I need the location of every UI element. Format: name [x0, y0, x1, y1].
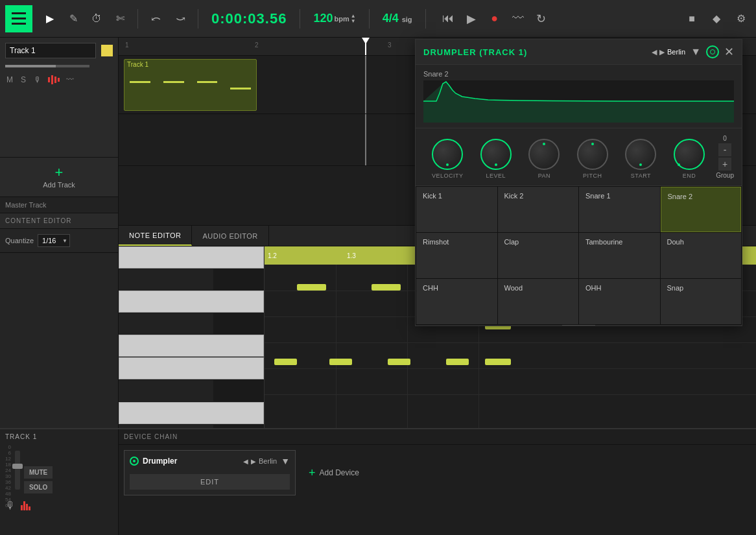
device-edit-button[interactable]: EDIT — [130, 474, 290, 490]
device-preset: ◀ ▶ Berlin — [243, 457, 277, 465]
plugin-button[interactable]: ◆ — [707, 9, 726, 29]
track-mute-button[interactable]: M — [5, 74, 14, 86]
track-volume-slider[interactable] — [5, 65, 89, 67]
record-button[interactable]: ● — [486, 10, 504, 28]
bpm-down-arrow[interactable]: ▼ — [351, 19, 356, 24]
pad-wood[interactable]: Wood — [498, 279, 579, 324]
track-solo-button[interactable]: S — [19, 74, 27, 86]
tab-note-editor[interactable]: NOTE EDITOR — [119, 226, 192, 246]
grid-note-9[interactable] — [485, 359, 511, 365]
ruler-mark-3: 3 — [388, 42, 392, 49]
content-editor-section-label: CONTENT EDITOR — [0, 213, 118, 229]
fader-label-48: 48 — [5, 491, 11, 497]
end-knob[interactable] — [674, 139, 705, 170]
select-tool-button[interactable]: ▶ — [40, 9, 60, 29]
bottom-section: TRACK 1 0 6 12 18 24 30 36 42 48 54 — [0, 428, 756, 535]
drumpler-dropdown-button[interactable]: ▼ — [691, 46, 701, 58]
pan-knob[interactable] — [528, 139, 560, 170]
pad-clap[interactable]: Clap — [498, 233, 579, 278]
grid-note-2[interactable] — [372, 284, 401, 291]
piano-key-white-4[interactable] — [119, 357, 264, 379]
track-mic-button[interactable]: 🎙 — [32, 74, 43, 86]
mute-button[interactable]: MUTE — [24, 466, 53, 479]
tool-group: ▶ ✎ ⏱ ✄ — [40, 9, 130, 29]
grid-bar-label-1-3: 1.3 — [347, 252, 356, 259]
redo-button[interactable]: ⤻ — [171, 9, 190, 29]
toolbar-divider-3 — [300, 9, 300, 29]
add-device-button[interactable]: + Add Device — [303, 461, 364, 485]
pad-snap[interactable]: Snap — [661, 279, 742, 324]
drumpler-panel: DRUMPLER (TRACK 1) ◀ ▶ Berlin ▼ ✕ Snare … — [415, 39, 742, 326]
pad-tambourine[interactable]: Tambourine — [579, 233, 660, 278]
rewind-button[interactable]: ⏮ — [439, 10, 457, 28]
undo-button[interactable]: ⤺ — [146, 9, 165, 29]
pad-tambourine-name: Tambourine — [585, 238, 654, 246]
knob-start: START — [617, 139, 665, 179]
grid-note-5[interactable] — [329, 359, 352, 365]
track-color-bar — [101, 45, 113, 56]
grid-note-1[interactable] — [297, 284, 326, 291]
pad-snare2[interactable]: Snare 2 — [661, 187, 742, 232]
device-power-button[interactable] — [130, 457, 139, 466]
pad-ohh[interactable]: OHH — [579, 279, 660, 324]
clock-tool-button[interactable]: ⏱ — [87, 9, 106, 29]
piano-key-black-1[interactable] — [119, 269, 213, 290]
pencil-tool-button[interactable]: ✎ — [64, 9, 83, 29]
mixer-button[interactable]: ■ — [682, 9, 702, 29]
drumpler-power-button[interactable] — [706, 45, 719, 58]
track-clip-label: Track 1 — [124, 60, 256, 69]
device-dropdown-button[interactable]: ▼ — [281, 456, 290, 466]
drumpler-sample-name: Snare 2 — [423, 70, 734, 78]
velocity-knob[interactable] — [432, 139, 463, 170]
pad-kick1[interactable]: Kick 1 — [416, 187, 497, 232]
track-mic-bottom-button[interactable]: 🎙 — [5, 500, 16, 512]
twb-1 — [21, 505, 23, 510]
automation-button[interactable]: 〰 — [509, 10, 527, 28]
fader-label-6: 6 — [5, 450, 11, 456]
toolbar-divider-4 — [369, 9, 370, 29]
drumpler-close-button[interactable]: ✕ — [724, 45, 734, 59]
grid-note-6[interactable] — [388, 359, 410, 365]
piano-key-white-1[interactable] — [119, 246, 264, 268]
add-track-plus-button[interactable]: + — [55, 165, 64, 180]
piano-key-black-2[interactable] — [119, 313, 213, 334]
grid-note-7[interactable] — [446, 359, 469, 365]
scissor-tool-button[interactable]: ✄ — [110, 9, 130, 29]
start-knob[interactable] — [625, 139, 656, 170]
pad-chh[interactable]: CHH — [416, 279, 497, 324]
fader-labels: 0 6 12 18 24 30 36 42 48 54 60 — [5, 444, 11, 496]
menu-button[interactable] — [5, 5, 32, 32]
piano-key-white-2[interactable] — [119, 291, 264, 313]
track-controls: M S 🎙 〰 — [5, 74, 113, 86]
level-knob[interactable] — [480, 139, 512, 170]
grid-note-4[interactable] — [274, 359, 297, 365]
knob-level: LEVEL — [472, 139, 521, 179]
settings-button[interactable]: ⚙ — [731, 9, 751, 29]
grid-bar-label-1-2: 1.2 — [268, 252, 277, 259]
pad-kick2[interactable]: Kick 2 — [498, 187, 579, 232]
toolbar: ▶ ✎ ⏱ ✄ ⤺ ⤻ 0:00:03.56 120 bpm ▲ ▼ 4/4 s… — [0, 0, 756, 38]
track-envelope-button[interactable]: 〰 — [65, 74, 75, 86]
quantize-select[interactable]: 1/16 1/8 1/4 — [38, 234, 70, 247]
group-plus-button[interactable]: + — [718, 158, 731, 171]
fader-label-42: 42 — [5, 485, 11, 491]
drumpler-preset-prev-icon[interactable]: ◀ — [652, 48, 657, 56]
tab-audio-editor[interactable]: AUDIO EDITOR — [192, 226, 268, 246]
group-minus-button[interactable]: - — [718, 143, 731, 156]
track-name-input[interactable] — [5, 43, 96, 58]
play-button[interactable]: ▶ — [462, 10, 480, 28]
drumpler-preset-next-icon[interactable]: ▶ — [659, 48, 665, 56]
pitch-knob[interactable] — [577, 139, 608, 170]
pad-douh[interactable]: Douh — [661, 233, 742, 278]
piano-key-white-5[interactable] — [119, 402, 264, 424]
pad-snare1[interactable]: Snare 1 — [579, 187, 660, 232]
track-clip-1[interactable]: Track 1 — [124, 59, 257, 111]
piano-key-black-3[interactable] — [119, 380, 213, 401]
track-fader[interactable] — [15, 451, 20, 490]
device-preset-prev[interactable]: ◀ — [243, 458, 248, 465]
loop-button[interactable]: ↻ — [532, 10, 550, 28]
pad-rimshot[interactable]: Rimshot — [416, 233, 497, 278]
device-preset-next[interactable]: ▶ — [251, 458, 256, 465]
solo-button[interactable]: SOLO — [24, 481, 53, 493]
piano-key-white-3[interactable] — [119, 335, 264, 357]
